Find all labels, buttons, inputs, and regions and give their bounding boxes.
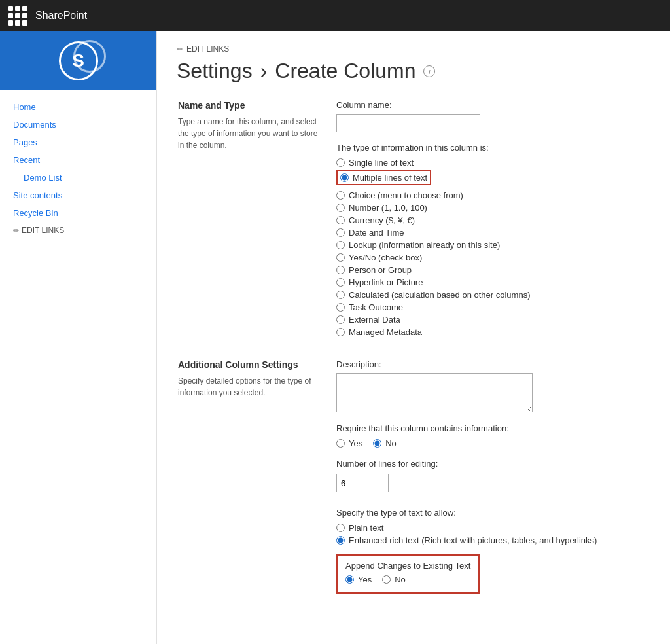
main-container: S Home Documents Pages Recent Demo List … — [0, 31, 670, 644]
text-type-plain[interactable]: Plain text — [336, 523, 649, 533]
sidebar-navigation: Home Documents Pages Recent Demo List Si… — [0, 90, 156, 247]
radio-managed-metadata-input[interactable] — [336, 328, 345, 336]
title-arrow: › — [260, 59, 268, 83]
radio-number[interactable]: Number (1, 1.0, 100) — [336, 203, 649, 213]
sidebar: S Home Documents Pages Recent Demo List … — [0, 31, 157, 644]
radio-currency[interactable]: Currency ($, ¥, €) — [336, 215, 649, 225]
text-type-plain-input[interactable] — [336, 524, 345, 532]
page-title-settings: Settings — [177, 59, 253, 83]
append-no-label: No — [395, 575, 406, 584]
edit-links-label: EDIT LINKS — [22, 226, 64, 235]
append-no-input[interactable] — [382, 575, 391, 584]
waffle-menu[interactable] — [8, 6, 27, 26]
text-type-enhanced-input[interactable] — [336, 536, 345, 545]
sidebar-item-pages[interactable]: Pages — [0, 134, 156, 151]
sidebar-item-recent[interactable]: Recent — [0, 151, 156, 169]
radio-multiple-lines-input[interactable] — [340, 173, 349, 182]
append-yes-input[interactable] — [345, 575, 354, 584]
radio-calculated[interactable]: Calculated (calculation based on other c… — [336, 290, 649, 300]
require-no-input[interactable] — [373, 439, 381, 448]
app-title: SharePoint — [35, 10, 87, 22]
radio-external-input[interactable] — [336, 315, 345, 324]
radio-person-label: Person or Group — [349, 265, 412, 275]
radio-task-outcome[interactable]: Task Outcome — [336, 302, 649, 312]
additional-settings-title: Additional Column Settings — [178, 359, 322, 370]
radio-external[interactable]: External Data — [336, 315, 649, 325]
name-and-type-row: Name and Type Type a name for this colum… — [178, 100, 649, 358]
sidebar-item-recycle-bin[interactable]: Recycle Bin — [0, 204, 156, 222]
require-label: Require that this column contains inform… — [336, 423, 649, 433]
append-changes-box: Append Changes to Existing Text Yes No — [336, 554, 480, 594]
radio-calculated-input[interactable] — [336, 291, 345, 299]
radio-person[interactable]: Person or Group — [336, 265, 649, 275]
radio-number-input[interactable] — [336, 204, 345, 212]
num-lines-input[interactable]: 6 — [336, 474, 389, 492]
radio-hyperlink-label: Hyperlink or Picture — [349, 277, 423, 287]
radio-lookup[interactable]: Lookup (information already on this site… — [336, 240, 649, 250]
additional-settings-desc-cell: Additional Column Settings Specify detai… — [178, 359, 335, 609]
radio-hyperlink-input[interactable] — [336, 278, 345, 287]
radio-choice[interactable]: Choice (menu to choose from) — [336, 190, 649, 200]
radio-yesno[interactable]: Yes/No (check box) — [336, 253, 649, 262]
name-type-section-title: Name and Type — [178, 100, 322, 111]
radio-lookup-input[interactable] — [336, 241, 345, 249]
name-type-description-cell: Name and Type Type a name for this colum… — [178, 100, 335, 358]
breadcrumb-label: EDIT LINKS — [186, 45, 229, 54]
additional-settings-row: Additional Column Settings Specify detai… — [178, 359, 649, 609]
radio-managed-metadata[interactable]: Managed Metadata — [336, 327, 649, 337]
text-type-enhanced-label: Enhanced rich text (Rich text with pictu… — [349, 535, 597, 545]
require-yes[interactable]: Yes — [336, 438, 362, 448]
radio-person-input[interactable] — [336, 266, 345, 274]
info-icon[interactable]: i — [423, 65, 435, 77]
radio-multiple-lines-wrapper: Multiple lines of text — [336, 170, 649, 188]
text-type-enhanced[interactable]: Enhanced rich text (Rich text with pictu… — [336, 535, 649, 545]
require-no-label: No — [385, 438, 397, 448]
sidebar-item-site-contents[interactable]: Site contents — [0, 187, 156, 204]
append-yes[interactable]: Yes — [345, 575, 372, 584]
require-yes-label: Yes — [349, 438, 362, 448]
radio-datetime-input[interactable] — [336, 228, 345, 237]
sidebar-item-demo-list[interactable]: Demo List — [0, 169, 156, 187]
append-changes-title: Append Changes to Existing Text — [345, 561, 470, 571]
site-logo[interactable]: S — [0, 31, 156, 90]
text-type-plain-label: Plain text — [349, 523, 383, 533]
radio-datetime-label: Date and Time — [349, 228, 404, 238]
radio-currency-input[interactable] — [336, 216, 345, 224]
radio-currency-label: Currency ($, ¥, €) — [349, 215, 415, 225]
sidebar-item-home[interactable]: Home — [0, 98, 156, 116]
require-radio-group: Yes No — [336, 438, 649, 451]
topbar: SharePoint — [0, 0, 670, 31]
require-yes-input[interactable] — [336, 439, 345, 448]
radio-calculated-label: Calculated (calculation based on other c… — [349, 290, 531, 300]
sidebar-item-documents[interactable]: Documents — [0, 116, 156, 134]
additional-settings-desc: Specify detailed options for the type of… — [178, 375, 322, 399]
append-no[interactable]: No — [382, 575, 406, 584]
radio-managed-metadata-label: Managed Metadata — [349, 327, 422, 337]
logo-letter: S — [72, 50, 84, 71]
radio-single-line-input[interactable] — [336, 158, 345, 167]
radio-single-line[interactable]: Single line of text — [336, 158, 649, 168]
sidebar-edit-links[interactable]: ✏ EDIT LINKS — [0, 222, 156, 239]
radio-datetime[interactable]: Date and Time — [336, 228, 649, 238]
description-label: Description: — [336, 359, 649, 369]
append-radio-group: Yes No — [345, 575, 470, 587]
text-type-label: Specify the type of text to allow: — [336, 508, 649, 518]
require-no[interactable]: No — [373, 438, 397, 448]
radio-hyperlink[interactable]: Hyperlink or Picture — [336, 277, 649, 287]
radio-multiple-lines-selected[interactable]: Multiple lines of text — [336, 170, 431, 185]
radio-choice-input[interactable] — [336, 191, 345, 200]
description-textarea[interactable] — [336, 373, 533, 412]
radio-yesno-input[interactable] — [336, 253, 345, 262]
breadcrumb[interactable]: ✏ EDIT LINKS — [177, 45, 650, 54]
form-table: Name and Type Type a name for this colum… — [177, 99, 650, 611]
column-name-input[interactable] — [336, 114, 480, 132]
name-type-section-desc: Type a name for this column, and select … — [178, 116, 322, 151]
name-type-fields-cell: Column name: The type of information in … — [336, 100, 649, 358]
radio-number-label: Number (1, 1.0, 100) — [349, 203, 427, 213]
radio-single-line-label: Single line of text — [349, 158, 414, 168]
num-lines-label: Number of lines for editing: — [336, 459, 649, 469]
radio-multiple-lines-label: Multiple lines of text — [353, 173, 427, 183]
type-info-label: The type of information in this column i… — [336, 143, 649, 152]
radio-yesno-label: Yes/No (check box) — [349, 253, 422, 262]
radio-task-outcome-input[interactable] — [336, 303, 345, 312]
